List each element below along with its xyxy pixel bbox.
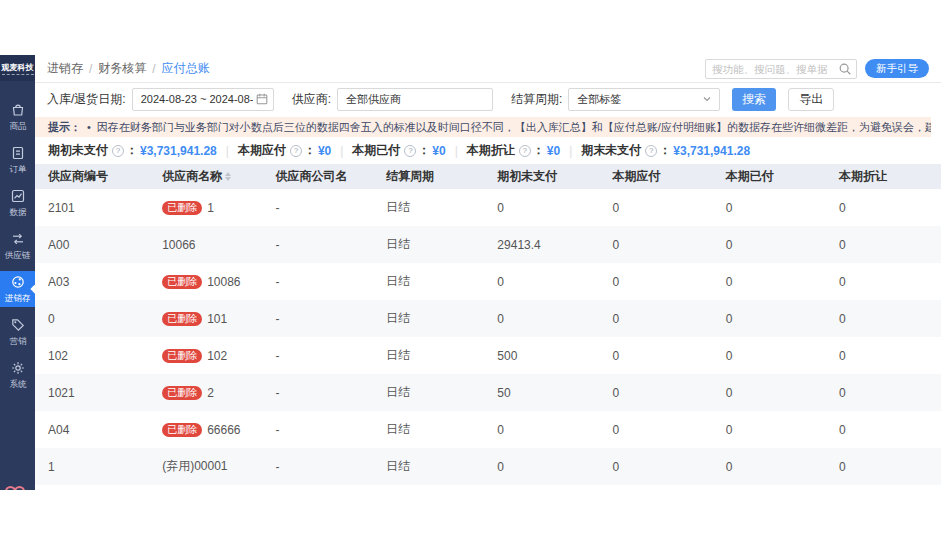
filter-bar: 入库/退货日期: 供应商: 结算周期: 全部标签 搜索 导出 bbox=[35, 83, 941, 115]
column-header: 供应商公司名 bbox=[262, 168, 373, 185]
summary-value: ¥3,731,941.28 bbox=[673, 144, 750, 158]
table-cell: 日结 bbox=[373, 384, 484, 401]
search-icon[interactable] bbox=[838, 62, 852, 76]
search-input[interactable] bbox=[705, 59, 857, 79]
supplier-filter-label: 供应商: bbox=[292, 91, 331, 108]
table-cell: 0 bbox=[826, 201, 941, 215]
table-cell: 0 bbox=[826, 312, 941, 326]
column-header: 本期应付 bbox=[599, 168, 712, 185]
sidebar-item-data[interactable]: 数据 bbox=[0, 185, 35, 221]
table-cell: - bbox=[262, 312, 373, 326]
table-row: A04已删除66666-日结0000 bbox=[35, 411, 941, 448]
beginner-guide-button[interactable]: 新手引导 bbox=[865, 59, 929, 78]
sidebar-item-label: 系统 bbox=[9, 378, 26, 390]
summary-item: 期末未支付?：¥3,731,941.28 bbox=[581, 142, 750, 159]
table-body: 2101已删除1-日结0000A0010066-日结29413.4000A03已… bbox=[35, 189, 941, 485]
summary-label: 本期已付 bbox=[352, 142, 400, 159]
sidebar-item-inventory[interactable]: 进销存 bbox=[0, 271, 35, 307]
table-cell: A04 bbox=[35, 423, 149, 437]
help-icon[interactable]: ? bbox=[645, 145, 657, 157]
sidebar-item-supply-chain[interactable]: 供应链 bbox=[0, 228, 35, 264]
main-area: 进销存/财务核算/应付总账 新手引导 入库/退货日期: 供应商: 结算周期: 全… bbox=[35, 55, 941, 490]
table-cell: 0 bbox=[484, 201, 599, 215]
cycle-select-value: 全部标签 bbox=[577, 92, 701, 107]
table-cell: - bbox=[262, 423, 373, 437]
breadcrumb-separator: / bbox=[152, 62, 155, 76]
hint-prefix: 提示： bbox=[48, 121, 81, 133]
summary-label: 本期折让 bbox=[467, 142, 515, 159]
tag-icon bbox=[10, 317, 26, 333]
export-button[interactable]: 导出 bbox=[788, 88, 834, 111]
table-cell: 0 bbox=[713, 386, 826, 400]
summary-item: 本期已付?：¥0 bbox=[352, 142, 445, 159]
cycle-select[interactable]: 全部标签 bbox=[568, 88, 720, 111]
table-cell: 2101 bbox=[35, 201, 149, 215]
table-cell: 日结 bbox=[373, 421, 484, 438]
table-cell: 日结 bbox=[373, 273, 484, 290]
sidebar-item-system[interactable]: 系统 bbox=[0, 357, 35, 393]
table-cell: A00 bbox=[35, 238, 149, 252]
summary-colon: ： bbox=[304, 142, 316, 159]
column-header: 结算周期 bbox=[373, 168, 484, 185]
help-icon[interactable]: ? bbox=[112, 145, 124, 157]
table-cell: 0 bbox=[484, 460, 599, 474]
supplier-name: 101 bbox=[207, 312, 227, 326]
date-range-input[interactable] bbox=[132, 88, 274, 111]
table-cell: 0 bbox=[599, 201, 712, 215]
sidebar-item-orders[interactable]: 订单 bbox=[0, 142, 35, 178]
table-cell: - bbox=[262, 201, 373, 215]
table-cell: - bbox=[262, 460, 373, 474]
help-icon[interactable]: ? bbox=[290, 145, 302, 157]
sidebar-item-label: 供应链 bbox=[5, 249, 31, 261]
sidebar-item-marketing[interactable]: 营销 bbox=[0, 314, 35, 350]
supplier-name-cell: 已删除10086 bbox=[149, 275, 262, 289]
sidebar-nav: 商品订单数据供应链进销存营销系统 bbox=[0, 81, 35, 393]
table-row: 0已删除101-日结0000 bbox=[35, 300, 941, 337]
qq-service-icon[interactable] bbox=[5, 486, 25, 490]
table-cell: 29413.4 bbox=[484, 238, 599, 252]
table-cell: 0 bbox=[826, 423, 941, 437]
summary-item: 期初未支付?：¥3,731,941.28 bbox=[48, 142, 217, 159]
sidebar: 观麦科技 商品订单数据供应链进销存营销系统 bbox=[0, 55, 35, 490]
table-cell: 日结 bbox=[373, 236, 484, 253]
help-icon[interactable]: ? bbox=[404, 145, 416, 157]
supplier-name-cell: 已删除2 bbox=[149, 386, 262, 400]
topbar: 进销存/财务核算/应付总账 新手引导 bbox=[35, 55, 941, 83]
table-cell: 0 bbox=[713, 201, 826, 215]
table-cell: 0 bbox=[599, 386, 712, 400]
summary-value: ¥0 bbox=[318, 144, 331, 158]
calendar-icon[interactable] bbox=[255, 92, 269, 106]
deleted-badge: 已删除 bbox=[162, 275, 202, 289]
breadcrumb-item: 应付总账 bbox=[162, 60, 210, 77]
sidebar-item-label: 订单 bbox=[9, 163, 26, 175]
global-search bbox=[705, 59, 857, 79]
table-cell: 0 bbox=[484, 312, 599, 326]
supplier-name: 2 bbox=[207, 386, 214, 400]
table-cell: 0 bbox=[826, 349, 941, 363]
sidebar-item-label: 商品 bbox=[9, 120, 26, 132]
summary-colon: ： bbox=[126, 142, 138, 159]
supplier-name: 66666 bbox=[207, 423, 240, 437]
table-cell: 0 bbox=[599, 349, 712, 363]
supplier-input[interactable] bbox=[337, 88, 493, 111]
column-header: 期初未支付 bbox=[484, 168, 599, 185]
breadcrumb-item[interactable]: 进销存 bbox=[47, 60, 83, 77]
column-header: 供应商名称 bbox=[149, 168, 262, 185]
deleted-badge: 已删除 bbox=[162, 386, 202, 400]
table-cell: - bbox=[262, 386, 373, 400]
order-icon bbox=[10, 145, 26, 161]
search-button[interactable]: 搜索 bbox=[732, 88, 776, 111]
table-row: A0010066-日结29413.4000 bbox=[35, 226, 941, 263]
supplier-name: 10086 bbox=[207, 275, 240, 289]
bag-icon bbox=[10, 102, 26, 118]
help-icon[interactable]: ? bbox=[519, 145, 531, 157]
sort-icon[interactable] bbox=[225, 172, 231, 181]
summary-item: 本期折让?：¥0 bbox=[467, 142, 560, 159]
table-cell: 102 bbox=[35, 349, 149, 363]
summary-bar: 期初未支付?：¥3,731,941.28|本期应付?：¥0|本期已付?：¥0|本… bbox=[35, 137, 941, 164]
supplier-name-cell: 已删除66666 bbox=[149, 423, 262, 437]
breadcrumb-item[interactable]: 财务核算 bbox=[98, 60, 146, 77]
supplier-name: (弃用)00001 bbox=[162, 458, 227, 475]
supplier-name-cell: 已删除1 bbox=[149, 201, 262, 215]
sidebar-item-goods[interactable]: 商品 bbox=[0, 99, 35, 135]
